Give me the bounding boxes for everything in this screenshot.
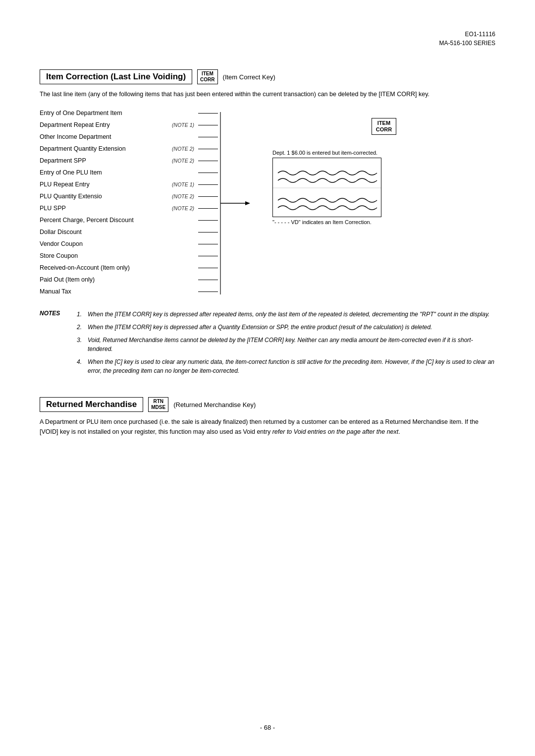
list-item-note: (NOTE 2) bbox=[172, 157, 194, 165]
list-items-container: Entry of One Department ItemDepartment R… bbox=[40, 108, 218, 296]
header-line1: EO1-11116 bbox=[439, 30, 495, 39]
header-line2: MA-516-100 SERIES bbox=[439, 39, 495, 48]
list-item-dash bbox=[198, 291, 218, 292]
list-item: Dollar Discount bbox=[40, 227, 218, 237]
list-item-dash bbox=[198, 125, 218, 125]
list-item-dash bbox=[198, 161, 218, 161]
note-number: 3. bbox=[77, 336, 84, 353]
rtn-mdse-key-label: (Returned Merchandise Key) bbox=[173, 401, 256, 408]
list-item-dash bbox=[198, 208, 218, 209]
list-item-note: (NOTE 1) bbox=[172, 121, 194, 129]
list-item: PLU Repeat Entry(NOTE 1) bbox=[40, 179, 218, 189]
list-item-dash bbox=[198, 232, 218, 233]
list-item-dash bbox=[198, 244, 218, 244]
list-item-text: Received-on-Account (Item only) bbox=[40, 263, 194, 273]
note-number: 1. bbox=[77, 310, 84, 319]
receipt-top-caption: Dept. 1 $6.00 is entered but item-correc… bbox=[272, 150, 495, 156]
list-item-text: Dollar Discount bbox=[40, 227, 194, 237]
note-item: 1.When the [ITEM CORR] key is depressed … bbox=[77, 310, 495, 319]
list-item-dash bbox=[198, 220, 218, 221]
list-item: Entry of One PLU Item bbox=[40, 168, 218, 177]
list-item-text: Store Coupon bbox=[40, 251, 194, 261]
section2-header: Returned Merchandise RTN MDSE (Returned … bbox=[40, 397, 495, 412]
receipt-area: Dept. 1 $6.00 is entered but item-correc… bbox=[272, 148, 495, 225]
receipt-top-box bbox=[272, 158, 381, 217]
list-item-dash bbox=[198, 280, 218, 280]
note-item: 3.Void, Returned Merchandise items canno… bbox=[77, 336, 495, 353]
rtn-mdse-key: RTN MDSE bbox=[148, 397, 168, 412]
list-item-dash bbox=[198, 137, 218, 137]
notes-label: NOTES bbox=[40, 310, 67, 379]
list-item-note: (NOTE 1) bbox=[172, 180, 194, 189]
item-corr-key-right-box: ITEM CORR bbox=[372, 118, 396, 135]
list-item-text: Entry of One Department Item bbox=[40, 108, 194, 118]
note-item: 2.When the [ITEM CORR] key is depressed … bbox=[77, 323, 495, 332]
list-item-dash bbox=[198, 113, 218, 114]
list-item-dash bbox=[198, 256, 218, 256]
list-item: Entry of One Department Item bbox=[40, 108, 218, 118]
list-item: PLU Quantity Extensio(NOTE 2) bbox=[40, 191, 218, 201]
list-item-text: Paid Out (Item only) bbox=[40, 275, 194, 285]
list-item: Department Quantity Extension(NOTE 2) bbox=[40, 144, 218, 154]
list-item: Department Repeat Entry(NOTE 1) bbox=[40, 120, 218, 130]
list-item-dash bbox=[198, 149, 218, 149]
connector-column bbox=[218, 108, 263, 300]
list-item-text: Department Repeat Entry bbox=[40, 120, 170, 130]
note-number: 2. bbox=[77, 323, 84, 332]
list-item-dash bbox=[198, 173, 218, 173]
note-item: 4.When the [C] key is used to clear any … bbox=[77, 357, 495, 375]
list-item-text: Department SPP bbox=[40, 156, 170, 166]
list-item: Other Income Department bbox=[40, 132, 218, 142]
list-item-text: Other Income Department bbox=[40, 132, 194, 142]
list-item: Percent Charge, Percent Discount bbox=[40, 215, 218, 225]
list-item-dash bbox=[198, 184, 218, 185]
list-item-note: (NOTE 2) bbox=[172, 145, 194, 153]
notes-section: NOTES 1.When the [ITEM CORR] key is depr… bbox=[40, 310, 495, 379]
diagram-area: Entry of One Department ItemDepartment R… bbox=[40, 108, 495, 300]
list-item: Department SPP(NOTE 2) bbox=[40, 156, 218, 166]
note-text: When the [ITEM CORR] key is depressed af… bbox=[88, 323, 432, 332]
list-item-text: PLU Quantity Extensio bbox=[40, 191, 170, 201]
list-column: Entry of One Department ItemDepartment R… bbox=[40, 108, 218, 298]
list-item-text: Vendor Coupon bbox=[40, 239, 194, 249]
list-item: Vendor Coupon bbox=[40, 239, 218, 249]
section1-title: Item Correction (Last Line Voiding) bbox=[46, 72, 186, 82]
bracket-svg bbox=[218, 108, 263, 298]
section2-title: Returned Merchandise bbox=[46, 400, 137, 409]
list-item-text: PLU Repeat Entry bbox=[40, 179, 170, 189]
notes-list: 1.When the [ITEM CORR] key is depressed … bbox=[77, 310, 495, 379]
section2: Returned Merchandise RTN MDSE (Returned … bbox=[40, 397, 495, 437]
note-text: Void, Returned Merchandise items cannot … bbox=[88, 336, 495, 353]
list-item: Manual Tax bbox=[40, 287, 218, 296]
note-text: When the [C] key is used to clear any nu… bbox=[88, 357, 495, 375]
list-item-text: Entry of One PLU Item bbox=[40, 168, 194, 177]
list-item: Paid Out (Item only) bbox=[40, 275, 218, 285]
section1-intro: The last line item (any of the following… bbox=[40, 89, 495, 99]
list-item-dash bbox=[198, 196, 218, 197]
list-item: Received-on-Account (Item only) bbox=[40, 263, 218, 273]
vd-caption: "- - - - - VD" indicates an Item Correct… bbox=[272, 219, 381, 225]
list-item: PLU SPP(NOTE 2) bbox=[40, 203, 218, 213]
list-item-text: Percent Charge, Percent Discount bbox=[40, 215, 194, 225]
note-text: When the [ITEM CORR] key is depressed af… bbox=[88, 310, 489, 319]
section1-title-box: Item Correction (Last Line Voiding) bbox=[40, 69, 192, 84]
section2-body: A Department or PLU item once purchased … bbox=[40, 417, 495, 437]
note-number: 4. bbox=[77, 357, 84, 375]
list-item-text: PLU SPP bbox=[40, 203, 170, 213]
item-corr-key-label: (Item Correct Key) bbox=[223, 73, 275, 81]
right-column: ITEM CORR Dept. 1 $6.00 is entered but i… bbox=[263, 108, 495, 225]
page-number: - 68 - bbox=[260, 724, 275, 731]
item-corr-key-header: ITEM CORR bbox=[197, 69, 217, 84]
list-item-note: (NOTE 2) bbox=[172, 192, 194, 201]
receipt-wavy-svg bbox=[273, 158, 381, 217]
list-item: Store Coupon bbox=[40, 251, 218, 261]
header-info: EO1-11116 MA-516-100 SERIES bbox=[439, 30, 495, 48]
section2-title-box: Returned Merchandise bbox=[40, 397, 143, 412]
list-item-dash bbox=[198, 268, 218, 268]
item-corr-key-right: ITEM CORR bbox=[272, 118, 495, 135]
section1-header: Item Correction (Last Line Voiding) ITEM… bbox=[40, 69, 495, 84]
svg-marker-2 bbox=[245, 201, 250, 205]
list-item-note: (NOTE 2) bbox=[172, 204, 194, 213]
list-item-text: Manual Tax bbox=[40, 287, 194, 296]
list-item-text: Department Quantity Extension bbox=[40, 144, 170, 154]
